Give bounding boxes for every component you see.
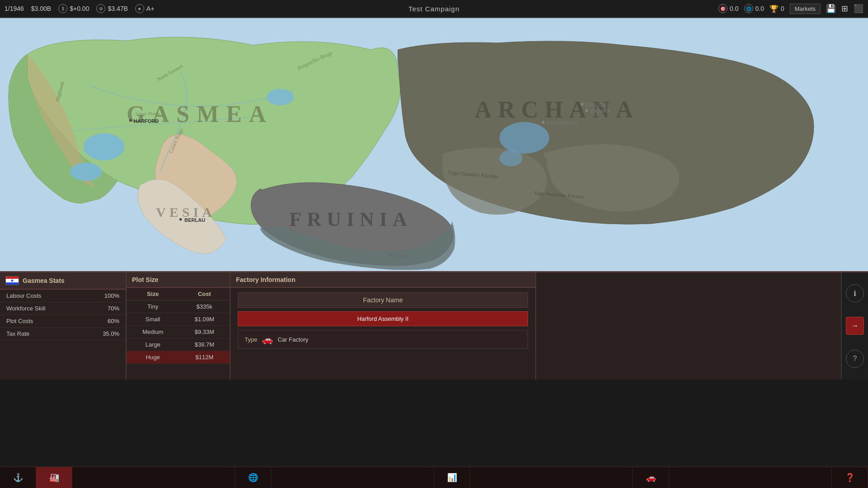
stat-value: 70% xyxy=(80,302,126,315)
stats-table: Labour Costs 100% Workforce Skill 70% Pl… xyxy=(0,290,126,340)
table-row[interactable]: Large $38.7M xyxy=(127,338,230,351)
trophy-value: 0 xyxy=(781,5,784,12)
plot-size-huge: Huge xyxy=(127,351,179,364)
save-button[interactable]: 💾 xyxy=(826,4,836,14)
stat1-display: 🎯 0.0 xyxy=(718,4,738,13)
plot-size-panel: Plot Size Size Cost Tiny $335k Small $1.… xyxy=(127,272,231,380)
table-row: Labour Costs 100% xyxy=(0,290,126,302)
table-row: Plot Costs 60% xyxy=(0,315,126,328)
rating-display: ★ A+ xyxy=(135,4,155,13)
terso-marker xyxy=(390,254,392,257)
stat2-value: 0.0 xyxy=(755,5,764,12)
plot-table: Size Cost Tiny $335k Small $1.09M Medium… xyxy=(127,288,230,364)
stat-label: Plot Costs xyxy=(0,315,80,328)
stat1-icon: 🎯 xyxy=(718,4,727,13)
table-row[interactable]: Small $1.09M xyxy=(127,313,230,326)
gasmea-stats-panel: Gasmea Stats Labour Costs 100% Workforce… xyxy=(0,272,127,380)
plot-size-title: Plot Size xyxy=(132,276,158,283)
taskbar-globe[interactable]: 🌐 xyxy=(235,467,271,488)
exit-button[interactable]: ⬛ xyxy=(854,4,863,14)
cost-col-header: Cost xyxy=(179,288,230,300)
chart-icon: 📊 xyxy=(447,473,457,483)
stat-label: Tax Rate xyxy=(0,328,80,340)
factory-info-title: Factory Information xyxy=(236,276,295,283)
kronagrad-label: KRONAGRAD xyxy=(547,120,579,126)
rating-icon: ★ xyxy=(135,4,144,13)
map-svg: GASMEA ARCHANA FRUINIA VESIA Highlands N… xyxy=(0,18,868,271)
gasmea-flag xyxy=(5,276,19,285)
plot-cost-large: $38.7M xyxy=(179,338,230,351)
stat1-value: 0.0 xyxy=(730,5,738,12)
plot-size-small: Small xyxy=(127,313,179,326)
factory-type-name: Car Factory xyxy=(278,336,308,343)
trophy-display: 🏆 0 xyxy=(769,5,784,13)
arrow-right-icon: → xyxy=(851,322,859,330)
assembly-name-text: Harford Assembly II xyxy=(357,315,408,322)
money-change: $+0.00 xyxy=(70,5,89,12)
campaign-title: Test Campaign xyxy=(408,5,459,13)
fruinia-label: FRUINIA xyxy=(289,208,412,230)
stat-value: 100% xyxy=(80,290,126,302)
stat-label: Workforce Skill xyxy=(0,302,80,315)
taskbar-military-spacer xyxy=(470,467,633,488)
question-icon: ? xyxy=(853,355,857,363)
size-col-header: Size xyxy=(127,288,179,300)
svg-point-4 xyxy=(500,122,549,154)
plot-size-header: Plot Size xyxy=(127,272,230,288)
taskbar-factory[interactable]: 🏭 xyxy=(36,467,72,488)
money-display: $3.00B xyxy=(31,5,51,12)
empty-space xyxy=(536,272,841,380)
factory-name-label: Factory Name xyxy=(363,296,403,304)
rating-value: A+ xyxy=(146,5,155,12)
table-row[interactable]: Tiny $335k xyxy=(127,300,230,313)
kronagrad-marker xyxy=(542,121,544,123)
factory-type-row: Type 🚗 Car Factory xyxy=(238,330,528,349)
industry-display: ⚙ $3.47B xyxy=(96,4,127,13)
table-row[interactable]: Medium $9.33M xyxy=(127,326,230,338)
help-icon-button[interactable]: ? xyxy=(846,350,864,368)
settings-button[interactable]: ⊞ xyxy=(841,4,848,14)
dallun-label: DALLUN xyxy=(586,102,605,108)
money-icon: $ $+0.00 xyxy=(58,4,89,13)
svg-point-1 xyxy=(84,133,124,160)
taskbar-chart-spacer xyxy=(271,467,434,488)
info-icon-button[interactable]: ℹ xyxy=(846,284,864,302)
stat-label: Labour Costs xyxy=(0,290,80,302)
plot-cost-small: $1.09M xyxy=(179,313,230,326)
stat-value: 60% xyxy=(80,315,126,328)
great-plains-label: Great Plains xyxy=(136,111,160,116)
right-icons-panel: ℹ → ? xyxy=(841,272,868,380)
harford-marker xyxy=(129,119,132,122)
plot-size-large: Large xyxy=(127,338,179,351)
plot-cost-huge: $112M xyxy=(179,351,230,364)
table-row: Tax Rate 35.0% xyxy=(0,328,126,340)
confirm-arrow-button[interactable]: → xyxy=(846,317,864,335)
money-value: $3.00B xyxy=(31,5,51,12)
anchor-icon: ⚓ xyxy=(13,473,23,483)
factory-assembly-box[interactable]: Harford Assembly II xyxy=(238,311,528,326)
svg-point-5 xyxy=(500,150,522,166)
globe-icon: 🌐 xyxy=(248,473,258,483)
markets-button[interactable]: Markets xyxy=(790,4,821,14)
berlau-marker xyxy=(179,218,182,221)
map-area[interactable]: GASMEA ARCHANA FRUINIA VESIA Highlands N… xyxy=(0,18,868,271)
flag-star xyxy=(10,279,14,282)
plot-cost-tiny: $335k xyxy=(179,300,230,313)
stat2-icon: 🌐 xyxy=(744,4,753,13)
gasmea-stats-header: Gasmea Stats xyxy=(0,272,126,290)
table-row[interactable]: Huge $112M xyxy=(127,351,230,364)
taskbar-military[interactable]: 🚗 xyxy=(633,467,669,488)
basara-label: BASARA xyxy=(590,108,611,114)
help-circle-icon: ❓ xyxy=(845,473,855,483)
taskbar-anchor[interactable]: ⚓ xyxy=(0,467,36,488)
berlau-label: BERLAU xyxy=(184,217,205,223)
military-icon: 🚗 xyxy=(646,473,656,483)
stat-value: 35.0% xyxy=(80,328,126,340)
taskbar-help-spacer xyxy=(669,467,832,488)
bottom-panel: Gasmea Stats Labour Costs 100% Workforce… xyxy=(0,271,868,380)
taskbar: ⚓ 🏭 🌐 📊 🚗 ❓ xyxy=(0,466,868,488)
date-display: 1/1946 xyxy=(5,5,24,12)
taskbar-chart[interactable]: 📊 xyxy=(434,467,470,488)
topbar: 1/1946 $3.00B $ $+0.00 ⚙ $3.47B ★ A+ Tes… xyxy=(0,0,868,18)
taskbar-help[interactable]: ❓ xyxy=(832,467,868,488)
